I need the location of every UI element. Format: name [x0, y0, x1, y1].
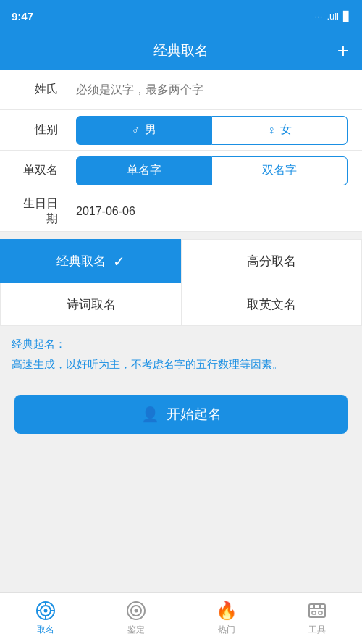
divider4: [67, 203, 67, 220]
single-name-button[interactable]: 单名字: [76, 156, 212, 185]
check-icon: ✓: [113, 253, 125, 270]
birthday-label: 生日日期: [14, 196, 58, 227]
gender-toggle-group: ♂ 男 ♀ 女: [76, 116, 348, 145]
highscore-naming-button[interactable]: 高分取名: [181, 239, 362, 283]
gender-male-button[interactable]: ♂ 男: [76, 116, 212, 145]
surname-label: 姓氏: [14, 82, 58, 97]
female-symbol: ♀: [267, 124, 276, 137]
status-bar: 9:47 ··· .ull ▊: [0, 0, 362, 32]
start-button-wrapper: 👤 开始起名: [0, 380, 362, 448]
nav-item-hot[interactable]: 🔥 热门: [181, 593, 272, 644]
female-label: 女: [280, 122, 292, 138]
signal-bars: .ull: [327, 11, 339, 22]
name-type-row: 单双名 单名字 双名字: [0, 151, 362, 191]
divider3: [67, 162, 67, 180]
male-symbol: ♂: [132, 124, 140, 137]
start-btn-label: 开始起名: [167, 405, 222, 424]
surname-row: 姓氏: [0, 70, 362, 110]
divider: [67, 81, 67, 99]
nav-item-tools[interactable]: 工具: [272, 593, 362, 644]
english-naming-label: 取英文名: [247, 296, 296, 313]
separator1: [0, 232, 362, 239]
person-icon: 👤: [141, 406, 159, 423]
naming-nav-label: 取名: [37, 624, 54, 636]
gender-row: 性别 ♂ 男 ♀ 女: [0, 110, 362, 151]
svg-rect-14: [312, 611, 316, 614]
birthday-value[interactable]: 2017-06-06: [76, 205, 348, 218]
nav-item-appraise[interactable]: 鉴定: [90, 593, 181, 644]
classic-naming-button[interactable]: 经典取名 ✓: [0, 239, 181, 283]
naming-nav-icon: [35, 601, 56, 621]
single-name-label: 单名字: [127, 163, 161, 178]
battery-icon: ▊: [343, 11, 350, 22]
header-title: 经典取名: [153, 41, 209, 60]
gender-label: 性别: [14, 122, 58, 138]
svg-rect-15: [319, 611, 322, 614]
poetry-naming-button[interactable]: 诗词取名: [0, 283, 181, 326]
name-type-label: 单双名: [14, 163, 58, 178]
appraise-nav-icon: [126, 601, 146, 621]
svg-rect-10: [309, 604, 325, 617]
surname-input[interactable]: [76, 83, 348, 96]
double-name-button[interactable]: 双名字: [212, 156, 348, 185]
gender-female-button[interactable]: ♀ 女: [212, 116, 348, 145]
hot-nav-label: 热门: [218, 624, 235, 636]
header: 经典取名 +: [0, 32, 362, 70]
bottom-nav: 取名 鉴定 🔥 热门 工具: [0, 592, 362, 644]
birthday-row: 生日日期 2017-06-06: [0, 191, 362, 232]
appraise-nav-label: 鉴定: [127, 624, 145, 636]
start-naming-button[interactable]: 👤 开始起名: [14, 395, 348, 434]
svg-point-2: [43, 609, 47, 613]
naming-method-grid: 经典取名 ✓ 高分取名 诗词取名 取英文名: [0, 239, 362, 326]
signal-dots: ···: [315, 11, 323, 22]
english-naming-button[interactable]: 取英文名: [181, 283, 362, 326]
description-area: 经典起名： 高速生成，以好听为主，不考虑名字的五行数理等因素。: [0, 326, 362, 380]
desc-title: 经典起名：: [12, 338, 350, 351]
double-name-label: 双名字: [262, 163, 297, 178]
tools-nav-icon: [307, 601, 327, 621]
male-label: 男: [145, 122, 156, 138]
highscore-naming-label: 高分取名: [247, 253, 296, 269]
classic-naming-label: 经典取名: [56, 253, 106, 269]
svg-point-9: [134, 609, 138, 613]
nav-item-naming[interactable]: 取名: [0, 593, 90, 644]
status-time: 9:47: [12, 10, 33, 22]
add-button[interactable]: +: [337, 39, 349, 62]
name-type-toggle-group: 单名字 双名字: [76, 156, 348, 185]
poetry-naming-label: 诗词取名: [67, 296, 116, 313]
form-area: 姓氏 性别 ♂ 男 ♀ 女 单双名 单名字 双名字: [0, 70, 362, 232]
tools-nav-label: 工具: [308, 624, 326, 636]
hot-nav-icon: 🔥: [216, 601, 237, 621]
divider2: [67, 122, 67, 139]
status-icons: ··· .ull ▊: [315, 11, 350, 22]
desc-text: 高速生成，以好听为主，不考虑名字的五行数理等因素。: [12, 356, 350, 373]
